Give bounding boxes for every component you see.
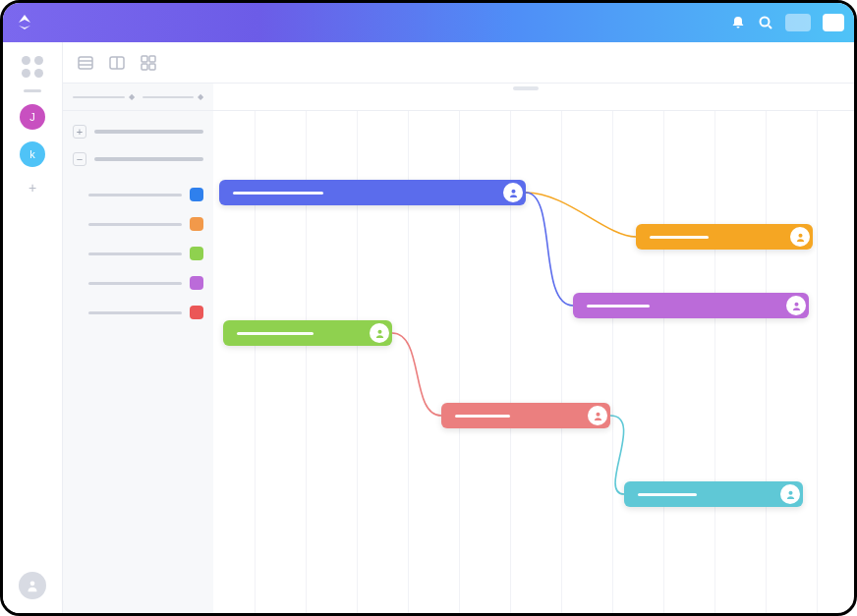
assignee-avatar-icon[interactable] [786,296,806,315]
list-view-icon[interactable] [77,54,94,72]
group-header-expanded[interactable]: − [73,152,203,166]
svg-point-17 [788,490,792,494]
svg-point-13 [798,233,802,237]
task-status-chip [190,188,203,201]
assignee-avatar-icon[interactable] [370,323,389,343]
sort-a[interactable]: ◆ [73,92,135,101]
workspace-avatar-k[interactable]: k [20,141,45,167]
sort-b[interactable]: ◆ [143,92,204,101]
timeline-header [213,84,854,111]
svg-point-12 [511,189,515,193]
workspace-avatar-j[interactable]: J [20,104,45,130]
collapse-icon: − [73,152,86,166]
task-row[interactable] [73,180,203,209]
task-group: + − [63,111,213,327]
svg-rect-3 [79,57,92,69]
svg-rect-8 [142,56,147,62]
topbar-button-a[interactable] [785,14,811,31]
bar-title-placeholder [638,493,697,496]
group-title-placeholder [94,130,203,134]
app-logo-icon[interactable] [15,13,34,32]
gantt-bar[interactable] [624,481,803,507]
group-header-collapsed[interactable]: + [73,125,203,139]
task-row[interactable] [73,209,203,239]
svg-point-2 [30,581,35,586]
task-name-placeholder [88,252,182,255]
assignee-avatar-icon[interactable] [503,183,523,202]
gantt-bar[interactable] [573,293,809,318]
svg-rect-11 [149,64,155,70]
rail-divider [24,89,41,92]
gantt-bars [213,111,854,613]
bell-icon[interactable] [730,15,746,30]
bar-title-placeholder [455,415,510,418]
profile-avatar-icon[interactable] [19,572,46,599]
task-row[interactable] [73,268,203,298]
topbar-button-b[interactable] [823,14,844,31]
gantt-bar[interactable] [219,180,526,205]
sidebar-panel: ◆ ◆ + − [62,84,213,613]
task-name-placeholder [88,282,182,285]
apps-icon[interactable] [22,56,43,78]
task-row[interactable] [73,298,203,327]
board-view-icon[interactable] [108,54,126,72]
app-window: J k + ◆ ◆ + − [0,0,857,616]
svg-point-15 [794,302,798,306]
task-row[interactable] [73,239,203,268]
task-status-chip [190,306,203,319]
bar-title-placeholder [233,192,323,195]
task-name-placeholder [88,194,182,196]
assignee-avatar-icon[interactable] [780,484,800,504]
assignee-avatar-icon[interactable] [790,227,810,247]
bar-title-placeholder [587,305,650,308]
task-status-chip [190,217,203,231]
drag-handle-icon[interactable] [513,86,539,90]
sort-row: ◆ ◆ [63,84,213,111]
assignee-avatar-icon[interactable] [588,406,607,425]
task-status-chip [190,276,203,290]
add-workspace-button[interactable]: + [24,179,41,196]
expand-icon: + [73,125,86,139]
gantt-bar[interactable] [441,403,610,428]
view-toolbar [62,42,854,84]
svg-point-0 [761,18,770,27]
task-status-chip [190,247,203,260]
avatar-initial: J [29,111,35,123]
bar-title-placeholder [650,236,709,239]
svg-line-1 [769,26,771,28]
gantt-bar[interactable] [223,320,392,346]
group-title-placeholder [94,157,203,161]
grid-view-icon[interactable] [140,54,157,72]
svg-rect-10 [142,64,147,70]
svg-rect-9 [149,56,155,62]
search-icon[interactable] [758,15,773,30]
gantt-canvas[interactable] [213,84,854,613]
avatar-initial: k [29,148,35,160]
left-rail: J k + [3,42,62,613]
svg-point-16 [596,412,600,416]
task-name-placeholder [88,311,182,314]
svg-point-14 [377,329,381,333]
gantt-bar[interactable] [636,224,813,250]
topbar [3,3,854,42]
bar-title-placeholder [237,332,314,335]
task-name-placeholder [88,223,182,226]
